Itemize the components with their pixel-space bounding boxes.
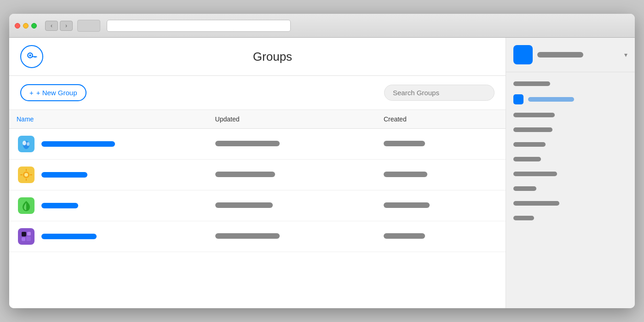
back-button[interactable]: ‹ (45, 21, 58, 31)
traffic-lights (15, 23, 37, 29)
search-container (384, 85, 494, 101)
name-text-2 (41, 203, 78, 208)
plus-icon: + (29, 89, 34, 97)
chevron-down-icon: ▾ (624, 51, 627, 58)
col-created[interactable]: Created (376, 110, 506, 129)
content-area: Groups + + New Group Name Up (9, 38, 635, 308)
logo-icon (25, 50, 38, 63)
name-cell-1 (9, 160, 208, 190)
updated-text-2 (215, 202, 273, 208)
forward-button[interactable]: › (60, 21, 73, 31)
sidebar-item-label-8 (513, 201, 559, 206)
name-text-0 (41, 141, 115, 147)
sidebar-item-label-5 (513, 157, 541, 161)
left-panel: Groups + + New Group Name Up (9, 38, 506, 308)
created-cell-0 (376, 129, 506, 160)
groups-table-container: Name Updated Created (9, 110, 506, 308)
sidebar-item-label-4 (513, 142, 546, 147)
tab-placeholder (77, 20, 100, 32)
nav-buttons: ‹ › (45, 21, 73, 31)
app-window: ‹ › Groups (9, 14, 635, 308)
table-row[interactable] (9, 221, 506, 252)
created-text-3 (384, 233, 425, 239)
created-cell-3 (376, 221, 506, 252)
name-text-1 (41, 172, 87, 178)
svg-point-7 (23, 141, 26, 145)
svg-rect-3 (34, 56, 35, 58)
sidebar-item-label-7 (513, 186, 536, 191)
updated-text-0 (215, 141, 280, 146)
sidebar-item-7[interactable] (513, 183, 627, 195)
updated-text-3 (215, 233, 280, 239)
sidebar-item-label-3 (513, 127, 552, 132)
updated-cell-3 (208, 221, 376, 252)
created-text-1 (384, 172, 427, 177)
search-input[interactable] (384, 85, 494, 101)
name-cell-2 (9, 190, 208, 221)
right-sidebar: ▾ (506, 38, 635, 308)
updated-cell-1 (208, 160, 376, 190)
updated-text-1 (215, 172, 275, 177)
sidebar-item-1[interactable] (513, 92, 627, 106)
sidebar-avatar (513, 45, 533, 64)
table-row[interactable] (9, 160, 506, 190)
sidebar-item-label-6 (513, 172, 557, 176)
svg-point-11 (24, 173, 28, 177)
svg-rect-18 (22, 232, 26, 236)
sidebar-item-9[interactable] (513, 212, 627, 224)
sidebar-items (506, 72, 635, 308)
created-cell-2 (376, 190, 506, 221)
svg-point-8 (27, 142, 29, 146)
updated-cell-0 (208, 129, 376, 160)
svg-rect-20 (22, 237, 25, 241)
table-header-row: Name Updated Created (9, 110, 506, 129)
new-group-label: + New Group (36, 89, 77, 97)
titlebar: ‹ › (9, 14, 635, 38)
table-row[interactable] (9, 190, 506, 221)
new-group-button[interactable]: + + New Group (20, 84, 86, 101)
name-cell-3 (9, 221, 208, 252)
app-header: Groups (9, 38, 506, 76)
maximize-button[interactable] (31, 23, 37, 29)
name-text-3 (41, 234, 97, 239)
created-text-2 (384, 202, 430, 208)
created-cell-1 (376, 160, 506, 190)
name-cell-0 (9, 129, 208, 160)
svg-rect-19 (27, 232, 31, 236)
col-updated[interactable]: Updated (208, 110, 376, 129)
sidebar-item-label-9 (513, 216, 534, 220)
svg-rect-4 (36, 56, 37, 58)
sidebar-item-6[interactable] (513, 168, 627, 180)
sidebar-item-8[interactable] (513, 197, 627, 209)
page-title: Groups (51, 50, 494, 64)
svg-rect-17 (18, 228, 34, 245)
col-name[interactable]: Name (9, 110, 208, 129)
sidebar-username (537, 52, 583, 58)
minimize-button[interactable] (23, 23, 29, 29)
app-logo (20, 45, 43, 68)
sidebar-item-label-2 (513, 113, 555, 117)
sidebar-item-3[interactable] (513, 124, 627, 136)
toolbar: + + New Group (9, 76, 506, 110)
close-button[interactable] (15, 23, 20, 29)
svg-rect-21 (26, 236, 31, 241)
sidebar-header[interactable]: ▾ (506, 38, 635, 72)
sidebar-item-label-0 (513, 81, 550, 86)
sidebar-item-label-1 (528, 97, 574, 102)
sidebar-item-icon-1 (513, 94, 523, 104)
sidebar-item-0[interactable] (513, 78, 627, 90)
svg-point-1 (29, 54, 31, 56)
created-text-0 (384, 141, 425, 146)
groups-table: Name Updated Created (9, 110, 506, 252)
row-icon-3 (17, 227, 36, 246)
url-bar[interactable] (107, 20, 291, 32)
updated-cell-2 (208, 190, 376, 221)
sidebar-item-2[interactable] (513, 109, 627, 121)
sidebar-item-4[interactable] (513, 138, 627, 150)
row-icon-1 (17, 165, 36, 184)
row-icon-2 (17, 196, 36, 215)
row-icon-0 (17, 134, 36, 154)
table-row[interactable] (9, 129, 506, 160)
sidebar-item-5[interactable] (513, 153, 627, 165)
